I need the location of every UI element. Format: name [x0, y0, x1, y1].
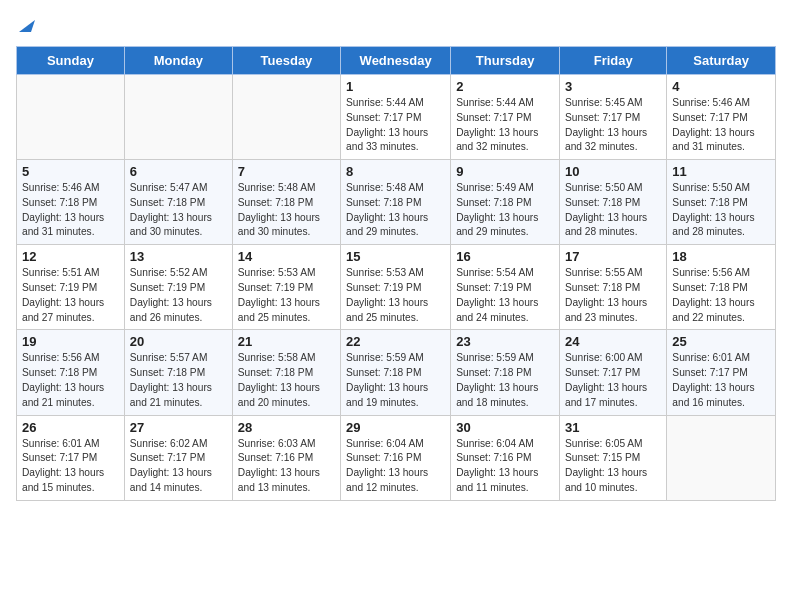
day-number: 11	[672, 164, 770, 179]
day-number: 22	[346, 334, 445, 349]
logo	[16, 16, 35, 34]
calendar-cell: 16Sunrise: 5:54 AM Sunset: 7:19 PM Dayli…	[451, 245, 560, 330]
calendar-week-row: 19Sunrise: 5:56 AM Sunset: 7:18 PM Dayli…	[17, 330, 776, 415]
day-number: 5	[22, 164, 119, 179]
day-info: Sunrise: 5:56 AM Sunset: 7:18 PM Dayligh…	[22, 351, 119, 410]
calendar-cell	[124, 75, 232, 160]
calendar-cell: 2Sunrise: 5:44 AM Sunset: 7:17 PM Daylig…	[451, 75, 560, 160]
day-info: Sunrise: 5:44 AM Sunset: 7:17 PM Dayligh…	[456, 96, 554, 155]
day-number: 17	[565, 249, 661, 264]
day-info: Sunrise: 5:48 AM Sunset: 7:18 PM Dayligh…	[346, 181, 445, 240]
calendar-cell: 24Sunrise: 6:00 AM Sunset: 7:17 PM Dayli…	[560, 330, 667, 415]
calendar-cell: 20Sunrise: 5:57 AM Sunset: 7:18 PM Dayli…	[124, 330, 232, 415]
calendar-cell: 4Sunrise: 5:46 AM Sunset: 7:17 PM Daylig…	[667, 75, 776, 160]
day-info: Sunrise: 5:50 AM Sunset: 7:18 PM Dayligh…	[672, 181, 770, 240]
day-info: Sunrise: 5:50 AM Sunset: 7:18 PM Dayligh…	[565, 181, 661, 240]
day-number: 18	[672, 249, 770, 264]
day-info: Sunrise: 5:53 AM Sunset: 7:19 PM Dayligh…	[346, 266, 445, 325]
day-number: 23	[456, 334, 554, 349]
day-info: Sunrise: 6:01 AM Sunset: 7:17 PM Dayligh…	[672, 351, 770, 410]
calendar-cell: 19Sunrise: 5:56 AM Sunset: 7:18 PM Dayli…	[17, 330, 125, 415]
calendar-cell	[667, 415, 776, 500]
calendar-cell: 31Sunrise: 6:05 AM Sunset: 7:15 PM Dayli…	[560, 415, 667, 500]
day-number: 20	[130, 334, 227, 349]
day-info: Sunrise: 5:46 AM Sunset: 7:17 PM Dayligh…	[672, 96, 770, 155]
calendar-cell	[17, 75, 125, 160]
day-number: 21	[238, 334, 335, 349]
day-info: Sunrise: 6:02 AM Sunset: 7:17 PM Dayligh…	[130, 437, 227, 496]
day-info: Sunrise: 5:57 AM Sunset: 7:18 PM Dayligh…	[130, 351, 227, 410]
weekday-header-wednesday: Wednesday	[341, 47, 451, 75]
calendar-cell: 18Sunrise: 5:56 AM Sunset: 7:18 PM Dayli…	[667, 245, 776, 330]
day-info: Sunrise: 5:52 AM Sunset: 7:19 PM Dayligh…	[130, 266, 227, 325]
calendar-cell: 7Sunrise: 5:48 AM Sunset: 7:18 PM Daylig…	[232, 160, 340, 245]
calendar-table: SundayMondayTuesdayWednesdayThursdayFrid…	[16, 46, 776, 501]
calendar-cell: 30Sunrise: 6:04 AM Sunset: 7:16 PM Dayli…	[451, 415, 560, 500]
day-number: 30	[456, 420, 554, 435]
day-info: Sunrise: 5:51 AM Sunset: 7:19 PM Dayligh…	[22, 266, 119, 325]
calendar-cell: 25Sunrise: 6:01 AM Sunset: 7:17 PM Dayli…	[667, 330, 776, 415]
day-info: Sunrise: 5:49 AM Sunset: 7:18 PM Dayligh…	[456, 181, 554, 240]
calendar-cell: 12Sunrise: 5:51 AM Sunset: 7:19 PM Dayli…	[17, 245, 125, 330]
calendar-cell: 15Sunrise: 5:53 AM Sunset: 7:19 PM Dayli…	[341, 245, 451, 330]
day-number: 19	[22, 334, 119, 349]
calendar-cell	[232, 75, 340, 160]
weekday-header-friday: Friday	[560, 47, 667, 75]
page-container: SundayMondayTuesdayWednesdayThursdayFrid…	[0, 0, 792, 509]
day-number: 13	[130, 249, 227, 264]
weekday-header-sunday: Sunday	[17, 47, 125, 75]
day-number: 26	[22, 420, 119, 435]
logo-bird-icon	[17, 16, 35, 34]
day-number: 29	[346, 420, 445, 435]
day-number: 24	[565, 334, 661, 349]
day-number: 16	[456, 249, 554, 264]
calendar-week-row: 12Sunrise: 5:51 AM Sunset: 7:19 PM Dayli…	[17, 245, 776, 330]
calendar-week-row: 1Sunrise: 5:44 AM Sunset: 7:17 PM Daylig…	[17, 75, 776, 160]
calendar-cell: 21Sunrise: 5:58 AM Sunset: 7:18 PM Dayli…	[232, 330, 340, 415]
day-info: Sunrise: 6:04 AM Sunset: 7:16 PM Dayligh…	[456, 437, 554, 496]
calendar-cell: 17Sunrise: 5:55 AM Sunset: 7:18 PM Dayli…	[560, 245, 667, 330]
calendar-cell: 23Sunrise: 5:59 AM Sunset: 7:18 PM Dayli…	[451, 330, 560, 415]
weekday-header-row: SundayMondayTuesdayWednesdayThursdayFrid…	[17, 47, 776, 75]
calendar-cell: 22Sunrise: 5:59 AM Sunset: 7:18 PM Dayli…	[341, 330, 451, 415]
svg-marker-0	[19, 20, 35, 32]
day-info: Sunrise: 5:45 AM Sunset: 7:17 PM Dayligh…	[565, 96, 661, 155]
day-number: 10	[565, 164, 661, 179]
day-number: 28	[238, 420, 335, 435]
day-number: 31	[565, 420, 661, 435]
calendar-cell: 27Sunrise: 6:02 AM Sunset: 7:17 PM Dayli…	[124, 415, 232, 500]
weekday-header-saturday: Saturday	[667, 47, 776, 75]
day-info: Sunrise: 5:47 AM Sunset: 7:18 PM Dayligh…	[130, 181, 227, 240]
day-info: Sunrise: 5:58 AM Sunset: 7:18 PM Dayligh…	[238, 351, 335, 410]
day-number: 3	[565, 79, 661, 94]
calendar-week-row: 26Sunrise: 6:01 AM Sunset: 7:17 PM Dayli…	[17, 415, 776, 500]
day-info: Sunrise: 5:46 AM Sunset: 7:18 PM Dayligh…	[22, 181, 119, 240]
day-info: Sunrise: 5:56 AM Sunset: 7:18 PM Dayligh…	[672, 266, 770, 325]
day-number: 6	[130, 164, 227, 179]
day-info: Sunrise: 5:59 AM Sunset: 7:18 PM Dayligh…	[346, 351, 445, 410]
calendar-cell: 28Sunrise: 6:03 AM Sunset: 7:16 PM Dayli…	[232, 415, 340, 500]
calendar-cell: 14Sunrise: 5:53 AM Sunset: 7:19 PM Dayli…	[232, 245, 340, 330]
day-info: Sunrise: 5:59 AM Sunset: 7:18 PM Dayligh…	[456, 351, 554, 410]
calendar-week-row: 5Sunrise: 5:46 AM Sunset: 7:18 PM Daylig…	[17, 160, 776, 245]
day-info: Sunrise: 6:04 AM Sunset: 7:16 PM Dayligh…	[346, 437, 445, 496]
day-number: 7	[238, 164, 335, 179]
calendar-cell: 26Sunrise: 6:01 AM Sunset: 7:17 PM Dayli…	[17, 415, 125, 500]
calendar-cell: 8Sunrise: 5:48 AM Sunset: 7:18 PM Daylig…	[341, 160, 451, 245]
calendar-cell: 1Sunrise: 5:44 AM Sunset: 7:17 PM Daylig…	[341, 75, 451, 160]
calendar-cell: 3Sunrise: 5:45 AM Sunset: 7:17 PM Daylig…	[560, 75, 667, 160]
calendar-cell: 6Sunrise: 5:47 AM Sunset: 7:18 PM Daylig…	[124, 160, 232, 245]
day-info: Sunrise: 6:01 AM Sunset: 7:17 PM Dayligh…	[22, 437, 119, 496]
day-number: 15	[346, 249, 445, 264]
day-number: 4	[672, 79, 770, 94]
day-info: Sunrise: 6:03 AM Sunset: 7:16 PM Dayligh…	[238, 437, 335, 496]
day-number: 2	[456, 79, 554, 94]
day-info: Sunrise: 5:55 AM Sunset: 7:18 PM Dayligh…	[565, 266, 661, 325]
calendar-cell: 29Sunrise: 6:04 AM Sunset: 7:16 PM Dayli…	[341, 415, 451, 500]
day-info: Sunrise: 5:48 AM Sunset: 7:18 PM Dayligh…	[238, 181, 335, 240]
day-info: Sunrise: 5:53 AM Sunset: 7:19 PM Dayligh…	[238, 266, 335, 325]
calendar-cell: 11Sunrise: 5:50 AM Sunset: 7:18 PM Dayli…	[667, 160, 776, 245]
calendar-cell: 10Sunrise: 5:50 AM Sunset: 7:18 PM Dayli…	[560, 160, 667, 245]
day-number: 14	[238, 249, 335, 264]
day-info: Sunrise: 6:00 AM Sunset: 7:17 PM Dayligh…	[565, 351, 661, 410]
